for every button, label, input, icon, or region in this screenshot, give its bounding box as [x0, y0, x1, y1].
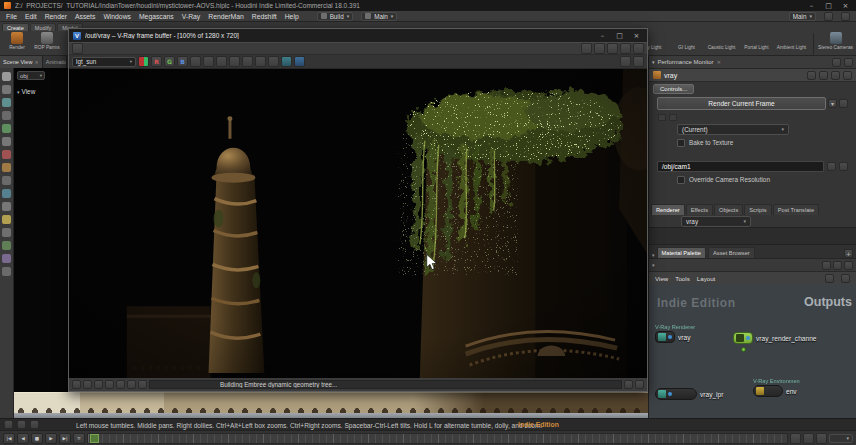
channel-output-dot[interactable] — [741, 347, 746, 352]
menu-megascans[interactable]: Megascans — [139, 13, 174, 20]
track-mouse-icon[interactable] — [255, 56, 266, 67]
vfb-zoom-icon[interactable] — [581, 43, 592, 54]
shelf-tool-stereo-cameras[interactable]: Stereo Cameras — [819, 32, 852, 55]
rotate-tool-icon[interactable] — [2, 98, 11, 107]
menu-redshift[interactable]: Redshift — [252, 13, 277, 20]
tab-post-translate[interactable]: Post Translate — [773, 204, 819, 215]
window-maximize-button[interactable]: □ — [822, 2, 835, 10]
node-chooser-icon[interactable] — [827, 162, 836, 171]
network-editor-canvas[interactable]: Indie Edition Outputs V-Ray Renderer vra… — [649, 284, 856, 418]
network-snapshot-icon[interactable] — [822, 261, 831, 270]
tool-icon-10[interactable] — [2, 189, 11, 198]
vfb-stop-icon[interactable] — [624, 380, 633, 389]
param-gear-icon[interactable] — [831, 71, 840, 80]
add-tab-icon[interactable]: + — [844, 249, 853, 258]
tab-scripts[interactable]: Scripts — [744, 204, 771, 215]
shelf-tool-gi-light[interactable]: GI Light — [670, 32, 703, 55]
vfb-message-icon[interactable] — [138, 380, 147, 389]
grid-tool-icon[interactable] — [2, 163, 11, 172]
red-channel-button[interactable]: R — [151, 56, 162, 67]
open-parms-icon[interactable] — [839, 162, 848, 171]
render-flag[interactable] — [746, 336, 750, 340]
tool-icon-14[interactable] — [2, 241, 11, 250]
render-flag[interactable] — [668, 392, 672, 396]
window-minimize-button[interactable]: – — [805, 2, 818, 10]
vfb-minimize-button[interactable]: – — [596, 32, 609, 40]
vfb-progress-icon[interactable] — [116, 380, 125, 389]
node-vray-render-channels[interactable]: vray_render_channe — [733, 332, 816, 352]
green-channel-button[interactable]: G — [164, 56, 175, 67]
tab-animation[interactable]: Animation — [43, 56, 67, 68]
tab-objects[interactable]: Objects — [714, 204, 743, 215]
network-menu-layout[interactable]: Layout — [697, 275, 716, 282]
network-grid-icon[interactable] — [841, 274, 850, 283]
status-cache-icon[interactable] — [30, 420, 39, 429]
tab-material-palette[interactable]: Material Palette — [657, 247, 707, 258]
shelf-tool-rop-parms[interactable]: ROP Parms — [32, 32, 62, 50]
renderer-version-select[interactable]: vray ▾ — [681, 216, 751, 227]
network-menu-icon[interactable] — [844, 261, 853, 270]
viewport-view-menu[interactable]: ▾ View — [17, 88, 35, 95]
playbar-options-icon[interactable] — [816, 433, 827, 444]
override-camera-resolution-checkbox[interactable] — [677, 176, 685, 184]
snap-tool-icon[interactable] — [2, 150, 11, 159]
vfb-titlebar[interactable]: V /out/vray – V-Ray frame buffer - [100%… — [69, 29, 647, 42]
pane-menu-icon[interactable] — [844, 58, 853, 67]
close-tab-icon[interactable]: × — [34, 59, 38, 65]
status-message-icon[interactable] — [4, 420, 13, 429]
timeline[interactable] — [87, 433, 788, 444]
playbar-menu-button[interactable]: ≡ — [73, 433, 85, 444]
stop-button[interactable]: ■ — [31, 433, 43, 444]
menu-vray[interactable]: V-Ray — [182, 13, 201, 20]
play-button[interactable]: ▶ — [45, 433, 57, 444]
camera-select[interactable]: (Current) ▾ — [677, 124, 789, 135]
vfb-maximize-button[interactable]: □ — [613, 32, 626, 40]
vfb-render-image[interactable] — [69, 69, 647, 378]
vfb-help-icon[interactable] — [633, 43, 644, 54]
desktop-select[interactable]: Build ▾ — [317, 12, 354, 21]
network-menu-view[interactable]: View — [655, 275, 668, 282]
menu-edit[interactable]: Edit — [25, 13, 37, 20]
menu-windows[interactable]: Windows — [103, 13, 131, 20]
scale-tool-icon[interactable] — [2, 111, 11, 120]
select-tool-icon[interactable] — [2, 72, 11, 81]
menu-help[interactable]: Help — [285, 13, 299, 20]
node-env[interactable]: V-Ray Environmen env — [753, 378, 800, 397]
menu-assets[interactable]: Assets — [75, 13, 95, 20]
playbar-realtime-icon[interactable] — [803, 433, 814, 444]
vfb-channel-select[interactable]: lgt_sun ▾ — [72, 57, 136, 67]
vfb-expand-icon[interactable] — [635, 380, 644, 389]
jump-start-button[interactable]: |◀ — [3, 433, 15, 444]
tool-icon-15[interactable] — [2, 254, 11, 263]
jump-end-button[interactable]: ▶| — [59, 433, 71, 444]
controls-button[interactable]: Controls... — [653, 84, 694, 94]
pane-split-icon[interactable] — [832, 58, 841, 67]
mono-channel-icon[interactable] — [190, 56, 201, 67]
close-tab-icon[interactable]: × — [717, 59, 722, 65]
status-memory-icon[interactable] — [17, 420, 26, 429]
color-correction-icon[interactable] — [620, 56, 631, 67]
step-back-button[interactable]: ◀ — [17, 433, 29, 444]
node-vray-ipr[interactable]: vray_ipr — [655, 388, 723, 400]
render-flag[interactable] — [668, 335, 672, 339]
update-mode-select[interactable]: ▾ — [829, 434, 853, 443]
window-close-button[interactable]: × — [839, 2, 852, 10]
playbar-loop-icon[interactable] — [790, 433, 801, 444]
pane-splitter[interactable] — [649, 227, 856, 245]
desktop-add-icon[interactable] — [824, 12, 833, 21]
menu-renderman[interactable]: RenderMan — [208, 13, 244, 20]
shelf-tab-create[interactable]: Create — [2, 23, 29, 31]
param-help-icon[interactable] — [843, 71, 852, 80]
vfb-stats-icon[interactable] — [127, 380, 136, 389]
tool-icon-12[interactable] — [2, 215, 11, 224]
viewport-path-select[interactable]: obj ▾ — [17, 71, 45, 80]
render-options-dropdown[interactable]: ▾ — [828, 99, 837, 108]
camera-path-field[interactable]: /obj/cam1 — [657, 161, 824, 172]
clear-image-icon[interactable] — [229, 56, 240, 67]
render-current-frame-button[interactable]: Render Current Frame — [657, 97, 826, 110]
tool-icon-11[interactable] — [2, 202, 11, 211]
region-render-icon[interactable] — [242, 56, 253, 67]
tool-icon-13[interactable] — [2, 228, 11, 237]
vfb-time-icon[interactable] — [94, 380, 103, 389]
network-pin-icon[interactable] — [833, 261, 842, 270]
